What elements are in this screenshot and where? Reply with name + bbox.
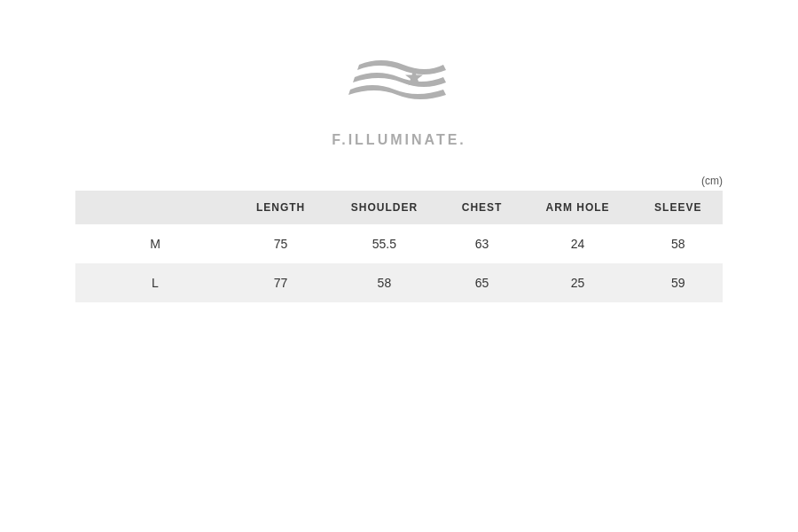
col-header-shoulder: SHOULDER: [326, 191, 442, 224]
cell-shoulder: 55.5: [326, 224, 442, 263]
size-table: LENGTH SHOULDER CHEST ARM HOLE SLEEVE M …: [75, 191, 723, 302]
cell-size: L: [75, 263, 235, 302]
table-row: L 77 58 65 25 59: [75, 263, 723, 302]
logo-area: F.ILLUMINATE.: [332, 49, 466, 148]
cell-sleeve: 58: [634, 224, 723, 263]
col-header-length: LENGTH: [235, 191, 326, 224]
cell-chest: 63: [442, 224, 522, 263]
table-header-row: LENGTH SHOULDER CHEST ARM HOLE SLEEVE: [75, 191, 723, 224]
col-header-chest: CHEST: [442, 191, 522, 224]
cell-armhole: 25: [522, 263, 634, 302]
cell-sleeve: 59: [634, 263, 723, 302]
cell-armhole: 24: [522, 224, 634, 263]
unit-label: (cm): [75, 175, 723, 187]
cell-length: 75: [235, 224, 326, 263]
col-header-size: [75, 191, 235, 224]
col-header-sleeve: SLEEVE: [634, 191, 723, 224]
col-header-armhole: ARM HOLE: [522, 191, 634, 224]
table-row: M 75 55.5 63 24 58: [75, 224, 723, 263]
brand-name: F.ILLUMINATE.: [332, 132, 466, 148]
cell-length: 77: [235, 263, 326, 302]
cell-shoulder: 58: [326, 263, 442, 302]
brand-logo: [341, 49, 457, 129]
cell-chest: 65: [442, 263, 522, 302]
cell-size: M: [75, 224, 235, 263]
